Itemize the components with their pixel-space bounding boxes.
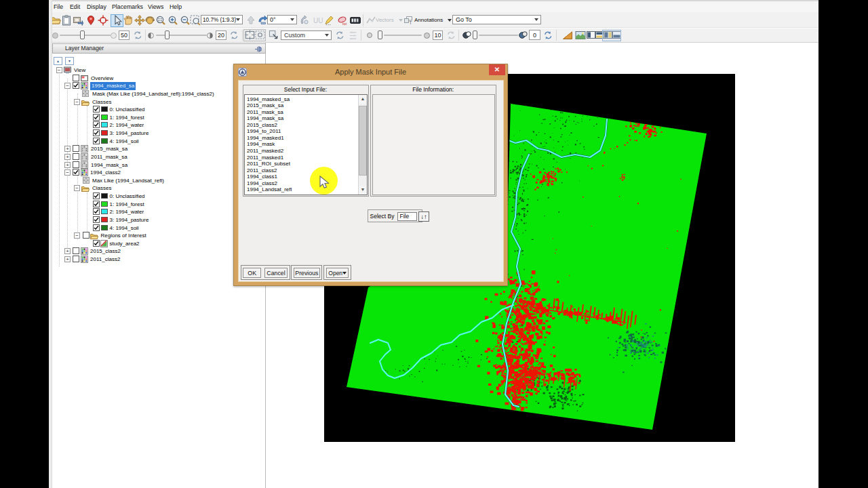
svg-text:roi: roi [342,22,347,26]
svg-text:T: T [409,20,412,25]
svg-text:UU: UU [313,17,323,24]
